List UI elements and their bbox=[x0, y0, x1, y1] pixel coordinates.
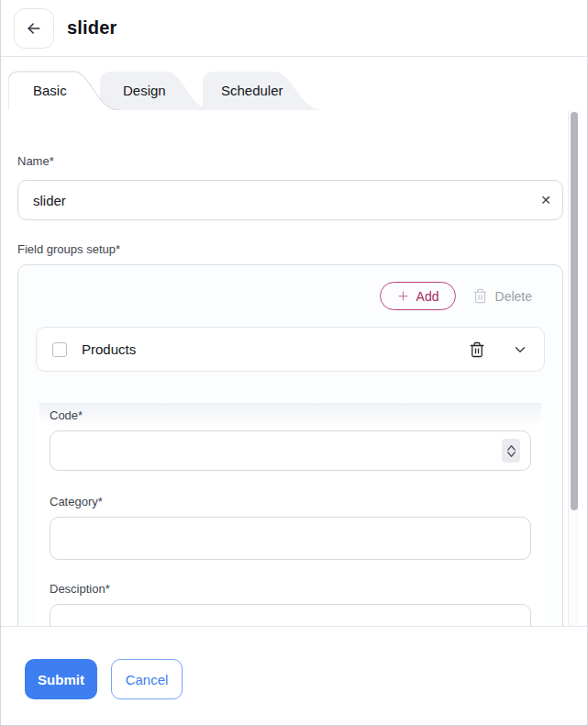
code-field bbox=[50, 430, 531, 471]
code-input[interactable] bbox=[50, 430, 531, 471]
chevron-down-icon bbox=[507, 452, 516, 457]
tab-design-label: Design bbox=[123, 71, 166, 110]
number-stepper[interactable] bbox=[502, 439, 520, 463]
field-groups-container: Add Delete Products bbox=[17, 264, 563, 626]
name-label: Name* bbox=[17, 154, 563, 169]
name-input[interactable] bbox=[17, 180, 563, 220]
code-label: Code* bbox=[50, 408, 531, 423]
scrollbar-track[interactable] bbox=[568, 110, 579, 626]
name-field: ✕ bbox=[17, 180, 563, 220]
arrow-left-icon bbox=[25, 19, 43, 38]
x-icon[interactable]: ✕ bbox=[540, 194, 551, 207]
submit-button[interactable]: Submit bbox=[25, 659, 97, 699]
description-label: Desciption* bbox=[50, 582, 531, 597]
trash-icon bbox=[472, 288, 488, 304]
chevron-down-icon bbox=[512, 341, 528, 358]
page-title: slider bbox=[67, 17, 117, 39]
collapse-products-button[interactable] bbox=[512, 341, 528, 358]
tab-basic[interactable]: Basic bbox=[8, 71, 120, 110]
form-scroll-area: Name* ✕ Field groups setup* Add Delete bbox=[1, 110, 588, 626]
category-label: Category* bbox=[50, 495, 531, 509]
field-groups-label: Field groups setup* bbox=[17, 242, 563, 257]
products-group-header[interactable]: Products bbox=[36, 327, 545, 372]
tab-scheduler[interactable]: Scheduler bbox=[203, 71, 325, 110]
footer: Submit Cancel bbox=[1, 626, 587, 726]
products-group: Products Code* bbox=[36, 327, 545, 626]
tab-basic-label: Basic bbox=[33, 71, 67, 110]
products-group-body: Code* Category* Desciption* bbox=[36, 408, 545, 626]
products-group-title: Products bbox=[82, 341, 136, 357]
group-toolbar: Add Delete bbox=[18, 265, 562, 310]
tab-bar: Basic Design Scheduler bbox=[1, 57, 587, 110]
description-input[interactable] bbox=[50, 604, 531, 626]
scrollbar-thumb[interactable] bbox=[571, 112, 578, 510]
products-checkbox[interactable] bbox=[52, 342, 67, 357]
add-button-label: Add bbox=[416, 289, 439, 304]
trash-icon bbox=[469, 341, 485, 358]
back-button[interactable] bbox=[14, 8, 54, 49]
category-input[interactable] bbox=[50, 517, 531, 560]
tab-scheduler-label: Scheduler bbox=[221, 71, 283, 110]
cancel-button[interactable]: Cancel bbox=[111, 659, 183, 699]
delete-products-button[interactable] bbox=[469, 341, 485, 358]
chevron-up-icon bbox=[507, 445, 516, 451]
delete-button-label: Delete bbox=[495, 289, 532, 304]
delete-group-button[interactable]: Delete bbox=[472, 282, 532, 310]
header: slider bbox=[1, 0, 587, 57]
add-group-button[interactable]: Add bbox=[380, 282, 456, 310]
slider-editor-window: slider Basic Design Scheduler Name* bbox=[0, 0, 588, 726]
plus-icon bbox=[396, 289, 410, 303]
